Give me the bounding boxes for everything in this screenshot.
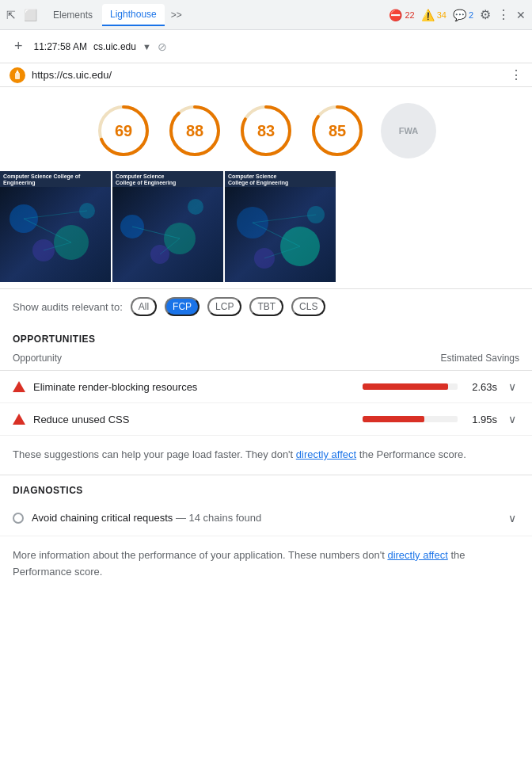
audit-unused-css-expand-icon[interactable]: ∨: [505, 413, 519, 425]
score-accessibility[interactable]: 88: [167, 103, 222, 158]
diagnostics-critical-requests-label: Avoid chaining critical requests — 14 ch…: [32, 512, 497, 524]
domain-display: cs.uic.edu: [93, 41, 136, 52]
audit-render-blocking-savings: 2.63s: [466, 381, 497, 393]
score-performance[interactable]: 69: [96, 103, 151, 158]
audit-render-blocking-label: Eliminate render-blocking resources: [33, 381, 355, 393]
error-triangle-icon: [13, 381, 25, 392]
filter-all-button[interactable]: All: [131, 297, 157, 316]
error-triangle-icon-2: [13, 414, 25, 425]
screenshot-2-label: Computer ScienceCollege of Engineering: [116, 174, 176, 187]
footer-text-before: More information about the performance o…: [13, 549, 387, 561]
svg-rect-0: [15, 73, 20, 79]
tab-right-icons: ⛔ 22 ⚠️ 34 💬 2 ⚙ ⋮ ✕: [389, 7, 526, 22]
screenshot-3: Computer ScienceCollege of Engineering: [225, 171, 336, 282]
diagnostics-header: DIAGNOSTICS: [0, 475, 532, 501]
audit-filter: Show audits relevant to: All FCP LCP TBT…: [0, 289, 532, 324]
more-icon[interactable]: ⋮: [497, 7, 510, 22]
scores-section: 69 88 83 85 FWA: [0, 87, 532, 171]
footer-link[interactable]: directly affect: [387, 549, 447, 561]
score-fwa[interactable]: FWA: [381, 103, 436, 158]
url-more-button[interactable]: ⋮: [510, 67, 522, 82]
error-badge: ⛔ 22: [389, 9, 414, 21]
performance-score-value: 69: [115, 122, 132, 140]
col-opportunity-label: Opportunity: [13, 353, 62, 364]
hint-text-after: the Performance score.: [356, 448, 466, 460]
screenshot-2: Computer ScienceCollege of Engineering: [112, 171, 223, 282]
filter-label: Show audits relevant to:: [13, 301, 123, 313]
close-icon[interactable]: ✕: [516, 9, 526, 21]
audit-render-blocking-bar-fill: [363, 383, 448, 390]
audit-unused-css-bar: [363, 416, 458, 422]
diagnostics-critical-sublabel: — 14 chains found: [176, 512, 261, 524]
audit-unused-css-bar-fill: [363, 416, 424, 422]
filter-lcp-button[interactable]: LCP: [207, 297, 241, 316]
error-count: 22: [405, 10, 414, 20]
diagnostics-critical-label-main: Avoid chaining critical requests: [32, 512, 173, 524]
new-tab-button[interactable]: +: [10, 36, 28, 56]
url-text[interactable]: https://cs.uic.edu/: [32, 69, 504, 81]
score-seo[interactable]: 85: [310, 103, 365, 158]
tab-bar: ⇱ ⬜ Elements Lighthouse >> ⛔ 22 ⚠️ 34 💬 …: [0, 0, 532, 30]
cursor-icon[interactable]: ⇱: [6, 9, 16, 21]
info-icon: 💬: [453, 9, 466, 21]
opportunities-table-header: Opportunity Estimated Savings: [0, 349, 532, 371]
address-bar: + 11:27:58 AM cs.uic.edu ▼ ⊘: [0, 30, 532, 63]
audit-row-render-blocking[interactable]: Eliminate render-blocking resources 2.63…: [0, 371, 532, 403]
tab-elements[interactable]: Elements: [45, 5, 101, 25]
block-icon: ⊘: [158, 40, 167, 53]
lighthouse-favicon: [10, 67, 25, 83]
seo-score-value: 85: [329, 122, 346, 140]
devtools-icons: ⇱ ⬜: [6, 9, 37, 21]
audit-unused-css-label: Reduce unused CSS: [33, 414, 355, 425]
gear-icon[interactable]: ⚙: [480, 7, 491, 22]
hint-text-before: These suggestions can help your page loa…: [13, 448, 296, 460]
accessibility-score-value: 88: [186, 122, 203, 140]
hint-link[interactable]: directly affect: [296, 448, 356, 460]
time-display: 11:27:58 AM: [34, 41, 87, 52]
opportunities-header: OPPORTUNITIES: [0, 324, 532, 349]
screenshots-section: Computer Science College of Engineering …: [0, 171, 532, 289]
warning-badge: ⚠️ 34: [421, 9, 446, 21]
col-savings-label: Estimated Savings: [441, 353, 519, 364]
diagnostics-footer: More information about the performance o…: [0, 536, 532, 592]
filter-cls-button[interactable]: CLS: [291, 297, 325, 316]
audit-render-blocking-expand-icon[interactable]: ∨: [505, 380, 519, 393]
info-count: 2: [469, 10, 473, 20]
url-bar: https://cs.uic.edu/ ⋮: [0, 63, 532, 87]
warning-icon: ⚠️: [421, 9, 435, 21]
warning-count: 34: [437, 10, 446, 20]
filter-fcp-button[interactable]: FCP: [165, 297, 200, 316]
neutral-circle-icon: [13, 513, 24, 524]
tab-more-button[interactable]: >>: [166, 6, 187, 24]
dropdown-icon[interactable]: ▼: [142, 42, 151, 51]
audit-row-unused-css[interactable]: Reduce unused CSS 1.95s ∨: [0, 403, 532, 436]
opportunities-hint: These suggestions can help your page loa…: [0, 436, 532, 475]
diagnostics-row-critical-requests[interactable]: Avoid chaining critical requests — 14 ch…: [0, 501, 532, 536]
audit-unused-css-savings: 1.95s: [466, 414, 497, 425]
info-badge: 💬 2: [453, 9, 473, 21]
screenshot-3-label: Computer ScienceCollege of Engineering: [228, 174, 288, 187]
svg-point-19: [188, 199, 203, 215]
screenshot-1: Computer Science College of Engineering: [0, 171, 111, 282]
screenshot-1-label: Computer Science College of Engineering: [3, 174, 111, 187]
error-icon: ⛔: [389, 9, 402, 21]
tab-lighthouse[interactable]: Lighthouse: [102, 4, 165, 26]
filter-tbt-button[interactable]: TBT: [249, 297, 283, 316]
score-best-practices[interactable]: 83: [238, 103, 294, 158]
diagnostics-section: DIAGNOSTICS Avoid chaining critical requ…: [0, 475, 532, 592]
best-practices-score-value: 83: [257, 122, 275, 140]
inspect-icon[interactable]: ⬜: [24, 9, 37, 21]
opportunities-section: OPPORTUNITIES Opportunity Estimated Savi…: [0, 324, 532, 475]
audit-render-blocking-bar: [363, 383, 458, 390]
diagnostics-critical-expand-icon[interactable]: ∨: [505, 512, 519, 524]
